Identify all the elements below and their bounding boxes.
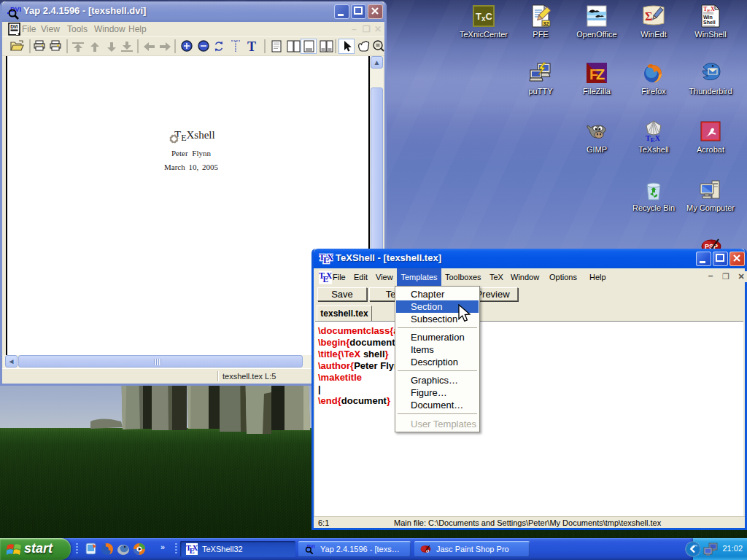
svg-text:Z: Z [596, 66, 605, 82]
svg-text:8: 8 [427, 549, 429, 553]
svg-text:X: X [327, 252, 333, 262]
svg-text:Shell: Shell [703, 20, 716, 25]
svg-text:DVI: DVI [10, 24, 18, 29]
svg-text:32: 32 [543, 21, 549, 26]
svg-text:Win: Win [703, 15, 713, 20]
svg-text:X: X [193, 544, 198, 552]
svg-text:Σ: Σ [645, 10, 652, 23]
svg-text:T: T [247, 39, 256, 54]
svg-text:X: X [326, 271, 332, 281]
svg-text:TEX: TEX [646, 134, 661, 143]
svg-text:»: » [160, 542, 165, 551]
